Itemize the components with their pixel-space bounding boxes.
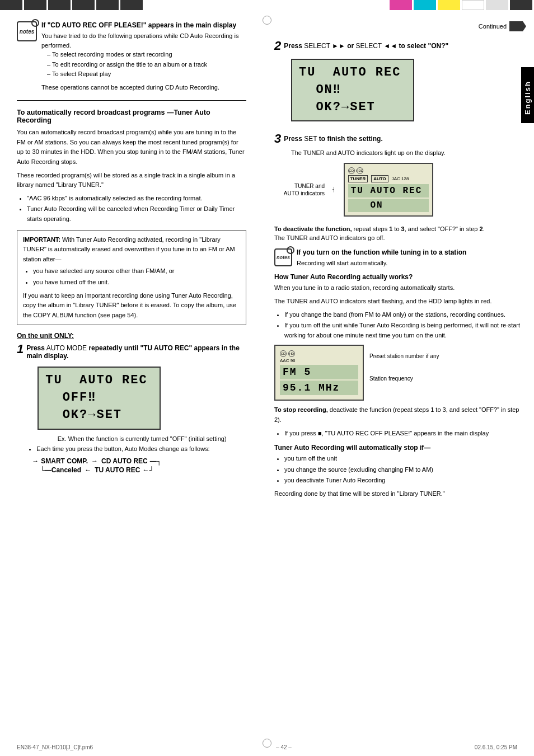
- important-bullet-list: you have selected any source other than …: [23, 266, 240, 287]
- step-2-lcd-1: TU AUTO REC: [299, 64, 406, 82]
- bar-cyan: [414, 0, 436, 10]
- step-1-bullet: Each time you press the button, Auto Mod…: [36, 444, 246, 454]
- step-3-detail: The TUNER and AUTO indicators light up o…: [291, 148, 526, 158]
- bar-dark: [510, 0, 532, 10]
- notes-icon-2: notes: [274, 248, 292, 266]
- footer-left: EN38-47_NX-HD10[J_C]f.pm6: [17, 744, 93, 750]
- notes-title-2: If you turn on the function while tuning…: [297, 248, 526, 256]
- step-3: 3 Press SET to finish the setting. The T…: [274, 133, 526, 217]
- how-works-bullets: If you change the band (from FM to AM on…: [274, 310, 526, 341]
- fm-icons-row: CD HD: [280, 350, 358, 357]
- flow-cd-auto-rec: CD AUTO REC: [101, 457, 148, 465]
- continued-text: Continued: [479, 23, 507, 30]
- continued-arrow: [509, 21, 526, 31]
- how-works-bullet-2: If you turn off the unit while Tuner Aut…: [284, 321, 526, 340]
- to-stop-bullets: If you press ■, "TU AUTO REC OFF PLEASE!…: [274, 429, 526, 439]
- tuner-bullet-2: Tuner Auto Recording will be canceled wh…: [27, 204, 246, 224]
- will-stop-bullet-3: you deactivate Tuner Auto Recording: [284, 476, 526, 486]
- hdd-icon: HDD: [357, 167, 363, 174]
- important-bullet-2: you have turned off the unit.: [33, 278, 240, 288]
- tuner-auto-off-text: The TUNER and AUTO indicators go off.: [274, 234, 385, 241]
- footer: EN38-47_NX-HD10[J_C]f.pm6 – 42 – 02.6.15…: [17, 744, 517, 750]
- step-1: 1 Press AUTO MODE repeatedly until "TU A…: [17, 344, 246, 477]
- bar-gray: [486, 0, 508, 10]
- page-container: English notes If "CD AUTO REC OFF PLEASE…: [0, 0, 534, 756]
- left-column: notes If "CD AUTO REC OFF PLEASE!" appea…: [17, 21, 257, 505]
- top-circle-marker: [263, 16, 271, 25]
- flow-bottom-row: └— Canceled ← TU AUTO REC ←┘: [40, 466, 246, 474]
- fm-cd-icon: CD: [280, 350, 287, 357]
- step-2-header: 2 Press SELECT ►► or SELECT ◄◄ to select…: [274, 40, 526, 52]
- step-1-lcd: TU AUTO REC OFF‼ OK?→SET: [38, 367, 161, 429]
- notes-body-2: Recording will start automatically.: [297, 259, 526, 268]
- step-1-number: 1: [17, 343, 24, 355]
- page-number: – 42 –: [276, 744, 292, 750]
- small-icons-row: CD HDD: [348, 167, 429, 174]
- how-works-bullet-1: If you change the band (from FM to AM on…: [284, 310, 526, 320]
- english-tab: English: [521, 67, 534, 123]
- bar-block-1: [0, 0, 22, 10]
- main-content: notes If "CD AUTO REC OFF PLEASE!" appea…: [0, 10, 534, 516]
- continued-banner: Continued: [274, 21, 526, 31]
- fm-hdd-icon: HD: [288, 350, 295, 357]
- important-box: IMPORTANT: With Tuner Auto Recording act…: [17, 230, 246, 326]
- lcd-line-2: OFF‼: [45, 389, 153, 407]
- footer-right: 02.6.15, 0:25 PM: [475, 744, 517, 750]
- bar-block-2: [24, 0, 46, 10]
- important-note: If you want to keep an important recordi…: [23, 291, 240, 321]
- tuner-auto-display: CD HDD TUNER AUTO JAC 128 TU AUTO REC ON: [344, 163, 433, 217]
- how-works-heading: How Tuner Auto Recording actually works?: [274, 273, 526, 281]
- flow-tu-auto-rec: TU AUTO REC: [95, 466, 140, 474]
- on-unit-only-heading: On the unit ONLY:: [17, 332, 246, 340]
- separator-1: [17, 100, 246, 101]
- bar-magenta: [390, 0, 412, 10]
- tuner-body-2: These recorded program(s) will be stored…: [17, 171, 246, 190]
- tuner-auto-top: TUNER AUTO JAC 128: [348, 175, 429, 182]
- fm-lcd-1: FM 5: [280, 365, 358, 379]
- step-2-lcd: TU AUTO REC ON‼ OK?→SET: [291, 59, 414, 121]
- tuner-indicator: TUNER: [348, 175, 368, 182]
- lcd-line-1: TU AUTO REC: [45, 372, 153, 389]
- flow-top-row: → SMART COMP. → CD AUTO REC —┐: [32, 457, 246, 465]
- flow-smart-comp: SMART COMP.: [41, 457, 88, 465]
- deactivate-note: To deactivate the function, repeat steps…: [274, 224, 526, 243]
- tuner-bullet-list: "AAC 96 kbps" is automatically selected …: [17, 194, 246, 224]
- ex-text: Ex. When the function is currently turne…: [38, 435, 246, 442]
- tuner-bullet-1: "AAC 96 kbps" is automatically selected …: [27, 194, 246, 204]
- notes-box-2: notes If you turn on the function while …: [274, 248, 526, 268]
- to-stop-text: To stop recording, deactivate the functi…: [274, 405, 526, 425]
- bar-yellow: [438, 0, 460, 10]
- important-title: IMPORTANT: With Tuner Auto Recording act…: [23, 235, 240, 265]
- bar-block-6: [120, 0, 143, 10]
- notes-dash-list: To select recording modes or start recor…: [41, 50, 246, 79]
- bar-white: [462, 0, 484, 10]
- to-stop-section: To stop recording, deactivate the functi…: [274, 405, 526, 438]
- fm-aac-label: AAC 96: [280, 358, 296, 363]
- fm-right-labels: Preset station number if any Station fre…: [369, 350, 439, 385]
- fm-display-wrapper: CD HD AAC 96 FM 5 95.1 MHz Preset statio…: [274, 345, 526, 401]
- will-stop-footer: Recording done by that time will be stor…: [274, 489, 526, 499]
- flow-canceled: Canceled: [51, 466, 81, 474]
- will-stop-bullets: you turn off the unit you change the sou…: [274, 454, 526, 486]
- preset-label: Preset station number if any: [369, 350, 439, 363]
- fm-top-row: AAC 96: [280, 358, 358, 363]
- tuner-panel-area: TUNER and AUTO indicators ┤ CD HDD TUNER…: [280, 163, 526, 217]
- station-label: Station frequency: [369, 373, 439, 385]
- tuner-auto-lcd: TU AUTO REC: [348, 184, 429, 198]
- bar-block-5: [96, 0, 119, 10]
- step-2: 2 Press SELECT ►► or SELECT ◄◄ to select…: [274, 40, 526, 125]
- cd-icon: CD: [348, 167, 355, 174]
- step-3-number: 3: [274, 133, 281, 145]
- notes-body: You have tried to do the following opera…: [41, 31, 246, 50]
- tuner-auto-heading: To automatically record broadcast progra…: [17, 109, 246, 124]
- will-stop-bullet-1: you turn off the unit: [284, 454, 526, 464]
- tuner-label: TUNER and AUTO indicators: [280, 182, 325, 197]
- how-works-body-2: The TUNER and AUTO indicators start flas…: [274, 297, 526, 307]
- tuner-auto-lcd-2: ON: [348, 199, 429, 212]
- will-stop-heading: Tuner Auto Recording will automatically …: [274, 444, 526, 452]
- fm-lcd-2: 95.1 MHz: [280, 381, 358, 395]
- step-1-content: Press AUTO MODE repeatedly until "TU AUT…: [26, 344, 246, 477]
- flow-diagram: → SMART COMP. → CD AUTO REC —┐ └— Cancel…: [32, 457, 246, 474]
- important-bullet-1: you have selected any source other than …: [33, 266, 240, 276]
- right-column: Continued 2 Press SELECT ►► or SELECT ◄◄…: [269, 21, 526, 505]
